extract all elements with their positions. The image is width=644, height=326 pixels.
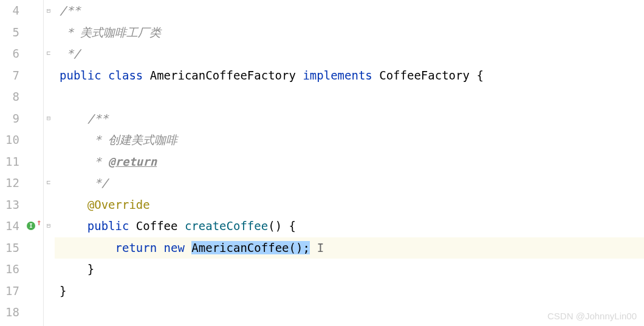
brace: } — [87, 262, 94, 276]
brace: { — [476, 69, 483, 82]
doc-comment: * 美式咖啡工厂类 — [60, 25, 161, 39]
code-line[interactable]: */ — [55, 172, 644, 194]
line-number: 5 — [0, 22, 19, 44]
fold-toggle-icon[interactable]: ⊟ — [45, 7, 52, 15]
code-line-active[interactable]: return new AmericanCoffee();I — [55, 237, 644, 259]
doc-comment: * 创建美式咖啡 — [87, 133, 177, 146]
code-line[interactable]: } — [55, 259, 644, 280]
class-name: AmericanCoffeeFactory — [150, 69, 303, 82]
doc-tag: @return — [108, 155, 157, 168]
text-cursor-icon: I — [317, 237, 324, 259]
annotation: @Override — [87, 198, 150, 211]
interface-name: CoffeeFactory — [379, 69, 476, 82]
line-number: 10 — [0, 129, 19, 151]
line-number: 4 — [0, 0, 19, 22]
code-line[interactable]: * 创建美式咖啡 — [55, 129, 644, 151]
line-number: 18 — [0, 302, 19, 324]
fold-toggle-icon[interactable]: ⊟ — [45, 115, 52, 122]
line-number: 16 — [0, 259, 19, 280]
line-number-gutter: 4 5 6 7 8 9 10 11 12 13 14 15 16 17 18 — [0, 0, 26, 326]
code-editor[interactable]: 4 5 6 7 8 9 10 11 12 13 14 15 16 17 18 I… — [0, 0, 644, 326]
method-name: createCoffee — [185, 219, 268, 233]
line-number: 11 — [0, 151, 19, 173]
override-gutter-icon[interactable]: I — [27, 222, 35, 230]
keyword: return new — [115, 241, 192, 254]
fold-end-icon[interactable]: ⊏ — [45, 179, 52, 186]
code-line[interactable]: @Override — [55, 194, 644, 216]
brace: } — [60, 284, 66, 297]
code-line[interactable]: * 美式咖啡工厂类 — [55, 22, 644, 44]
code-line[interactable]: * @return — [55, 151, 644, 173]
keyword: public — [87, 219, 136, 233]
line-number: 13 — [0, 194, 19, 216]
fold-column: ⊟ ⊏ ⊟ ⊏ ⊟ — [44, 0, 55, 326]
text-selection: AmericanCoffee(); — [191, 241, 309, 254]
code-line[interactable]: public class AmericanCoffeeFactory imple… — [55, 65, 644, 87]
doc-comment: */ — [60, 47, 80, 60]
keyword: implements — [303, 69, 379, 82]
gutter-markers: I ↑ — [26, 0, 44, 326]
paren-brace: () { — [268, 219, 296, 233]
code-line[interactable]: public Coffee createCoffee() { — [55, 216, 644, 237]
code-line[interactable]: } — [55, 280, 644, 302]
watermark-text: CSDN @JohnnyLin00 — [547, 311, 637, 321]
code-line[interactable] — [55, 86, 644, 108]
line-number: 15 — [0, 237, 19, 259]
up-arrow-icon: ↑ — [36, 217, 41, 227]
keyword: public class — [60, 69, 150, 82]
line-number: 9 — [0, 108, 19, 130]
doc-comment: */ — [87, 176, 108, 189]
return-type: Coffee — [136, 219, 185, 233]
line-number: 14 — [0, 216, 19, 237]
line-number: 8 — [0, 86, 19, 108]
code-line[interactable]: /** — [55, 0, 644, 22]
doc-comment: * — [87, 155, 108, 168]
doc-comment: /** — [60, 4, 80, 17]
line-number: 7 — [0, 65, 19, 87]
code-line[interactable]: */ — [55, 43, 644, 65]
line-number: 6 — [0, 43, 19, 65]
line-number: 17 — [0, 280, 19, 302]
fold-toggle-icon[interactable]: ⊟ — [45, 222, 52, 229]
code-area[interactable]: /** * 美式咖啡工厂类 */ public class AmericanCo… — [55, 0, 644, 326]
doc-comment: /** — [87, 112, 108, 125]
line-number: 12 — [0, 172, 19, 194]
code-line[interactable]: /** — [55, 108, 644, 130]
fold-end-icon[interactable]: ⊏ — [45, 50, 52, 57]
